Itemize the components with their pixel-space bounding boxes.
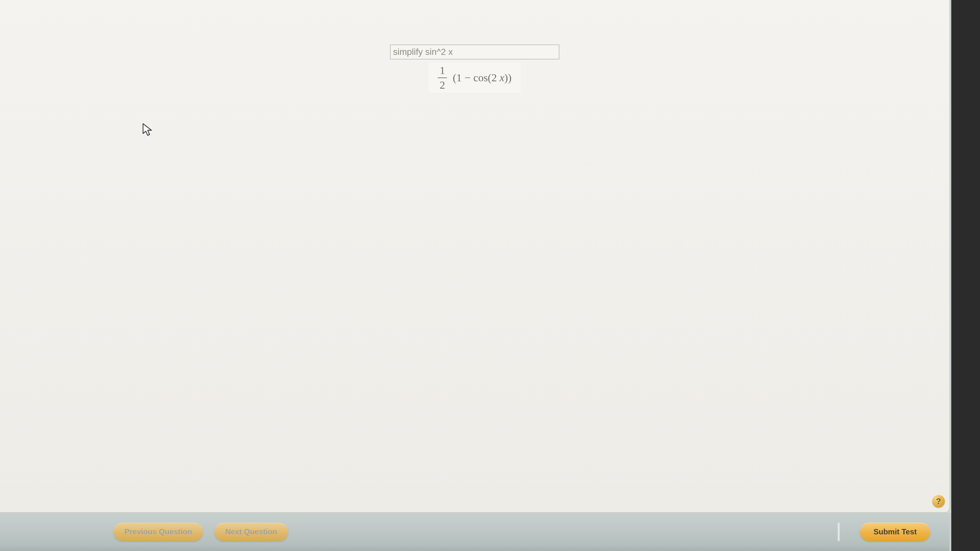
formula-variable: x: [500, 72, 504, 84]
formula-text-1: (1 − cos(2: [453, 72, 500, 84]
submit-test-button[interactable]: Submit Test: [860, 522, 930, 541]
content-area: 1 2 (1 − cos(2 x)): [0, 0, 950, 93]
query-input[interactable]: [390, 44, 559, 59]
footer-divider: [838, 522, 840, 541]
fraction: 1 2: [438, 64, 447, 91]
formula-body: (1 − cos(2 x)): [453, 72, 511, 84]
previous-question-button[interactable]: Previous Question: [114, 522, 203, 541]
app-screen: 1 2 (1 − cos(2 x)) ? Previous Question N…: [0, 0, 951, 551]
help-button[interactable]: ?: [932, 495, 945, 508]
formula-text-2: )): [504, 72, 512, 84]
next-question-button[interactable]: Next Question: [215, 522, 288, 541]
fraction-numerator: 1: [438, 64, 447, 76]
fraction-bar: [438, 78, 447, 78]
fraction-denominator: 2: [438, 79, 447, 91]
content-panel: 1 2 (1 − cos(2 x)) ?: [0, 0, 951, 513]
footer-bar: Previous Question Next Question Submit T…: [0, 513, 951, 551]
help-icon: ?: [936, 497, 941, 507]
formula-output: 1 2 (1 − cos(2 x)): [428, 62, 521, 93]
cursor-icon: [142, 123, 153, 137]
